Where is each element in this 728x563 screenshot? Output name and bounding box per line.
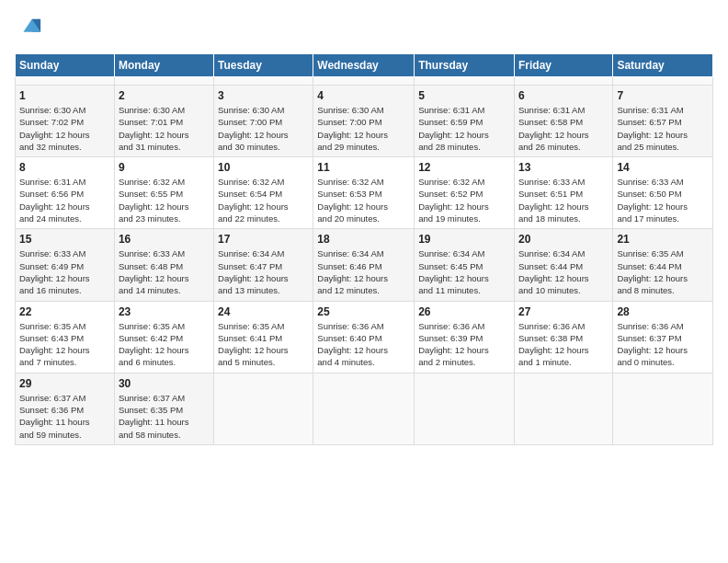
calendar-cell: 2Sunrise: 6:30 AM Sunset: 7:01 PM Daylig… (114, 86, 213, 157)
calendar-cell (313, 373, 415, 444)
day-info: Sunrise: 6:34 AM Sunset: 6:45 PM Dayligh… (418, 247, 510, 296)
day-number: 26 (418, 305, 510, 318)
calendar-week-row: 1Sunrise: 6:30 AM Sunset: 7:02 PM Daylig… (16, 86, 713, 157)
calendar-week-row: 15Sunrise: 6:33 AM Sunset: 6:49 PM Dayli… (16, 229, 713, 301)
day-number: 6 (518, 89, 609, 102)
day-info: Sunrise: 6:35 AM Sunset: 6:42 PM Dayligh… (119, 320, 210, 369)
calendar-cell (313, 77, 415, 86)
calendar-cell: 3Sunrise: 6:30 AM Sunset: 7:00 PM Daylig… (214, 86, 313, 157)
calendar-header-row: SundayMondayTuesdayWednesdayThursdayFrid… (16, 54, 713, 77)
day-number: 30 (119, 377, 210, 390)
calendar-cell: 4Sunrise: 6:30 AM Sunset: 7:00 PM Daylig… (313, 86, 415, 157)
day-number: 29 (19, 377, 110, 390)
day-info: Sunrise: 6:32 AM Sunset: 6:54 PM Dayligh… (218, 176, 309, 224)
calendar-cell: 5Sunrise: 6:31 AM Sunset: 6:59 PM Daylig… (415, 86, 515, 157)
day-number: 10 (218, 161, 309, 174)
calendar-week-row (16, 77, 713, 86)
calendar-cell: 24Sunrise: 6:35 AM Sunset: 6:41 PM Dayli… (214, 301, 313, 373)
calendar-cell: 7Sunrise: 6:31 AM Sunset: 6:57 PM Daylig… (613, 86, 713, 157)
day-info: Sunrise: 6:36 AM Sunset: 6:38 PM Dayligh… (518, 320, 609, 369)
calendar-cell: 30Sunrise: 6:37 AM Sunset: 6:35 PM Dayli… (114, 373, 213, 444)
calendar: SundayMondayTuesdayWednesdayThursdayFrid… (15, 53, 713, 445)
calendar-cell: 13Sunrise: 6:33 AM Sunset: 6:51 PM Dayli… (514, 157, 612, 229)
day-number: 3 (218, 89, 309, 102)
day-info: Sunrise: 6:34 AM Sunset: 6:47 PM Dayligh… (218, 247, 309, 296)
calendar-cell (613, 373, 713, 444)
day-number: 19 (418, 233, 510, 246)
calendar-col-tuesday: Tuesday (214, 54, 313, 77)
calendar-cell (514, 373, 612, 444)
day-info: Sunrise: 6:32 AM Sunset: 6:55 PM Dayligh… (119, 176, 210, 224)
day-number: 27 (518, 305, 609, 318)
calendar-week-row: 22Sunrise: 6:35 AM Sunset: 6:43 PM Dayli… (16, 301, 713, 373)
calendar-cell: 28Sunrise: 6:36 AM Sunset: 6:37 PM Dayli… (613, 301, 713, 373)
calendar-cell (214, 373, 313, 444)
day-number: 8 (19, 161, 110, 174)
day-info: Sunrise: 6:32 AM Sunset: 6:53 PM Dayligh… (317, 176, 410, 224)
day-number: 2 (119, 89, 210, 102)
calendar-cell: 21Sunrise: 6:35 AM Sunset: 6:44 PM Dayli… (613, 229, 713, 301)
day-number: 11 (317, 161, 410, 174)
day-info: Sunrise: 6:34 AM Sunset: 6:44 PM Dayligh… (518, 247, 609, 296)
day-number: 18 (317, 233, 410, 246)
day-info: Sunrise: 6:30 AM Sunset: 7:02 PM Dayligh… (19, 104, 110, 153)
day-number: 15 (19, 233, 110, 246)
day-number: 25 (317, 305, 410, 318)
day-info: Sunrise: 6:37 AM Sunset: 6:36 PM Dayligh… (19, 392, 110, 441)
calendar-cell: 9Sunrise: 6:32 AM Sunset: 6:55 PM Daylig… (114, 157, 213, 229)
day-number: 12 (418, 161, 510, 174)
calendar-cell: 22Sunrise: 6:35 AM Sunset: 6:43 PM Dayli… (16, 301, 115, 373)
day-info: Sunrise: 6:32 AM Sunset: 6:52 PM Dayligh… (418, 176, 510, 224)
calendar-cell: 23Sunrise: 6:35 AM Sunset: 6:42 PM Dayli… (114, 301, 213, 373)
day-info: Sunrise: 6:31 AM Sunset: 6:56 PM Dayligh… (19, 176, 110, 224)
day-info: Sunrise: 6:33 AM Sunset: 6:48 PM Dayligh… (119, 247, 210, 296)
calendar-col-monday: Monday (114, 54, 213, 77)
calendar-cell (214, 77, 313, 86)
day-info: Sunrise: 6:30 AM Sunset: 7:00 PM Dayligh… (218, 104, 309, 153)
calendar-cell: 15Sunrise: 6:33 AM Sunset: 6:49 PM Dayli… (16, 229, 115, 301)
calendar-cell (514, 77, 612, 86)
calendar-week-row: 29Sunrise: 6:37 AM Sunset: 6:36 PM Dayli… (16, 373, 713, 444)
calendar-cell: 29Sunrise: 6:37 AM Sunset: 6:36 PM Dayli… (16, 373, 115, 444)
day-info: Sunrise: 6:35 AM Sunset: 6:41 PM Dayligh… (218, 320, 309, 369)
calendar-cell: 17Sunrise: 6:34 AM Sunset: 6:47 PM Dayli… (214, 229, 313, 301)
calendar-cell: 25Sunrise: 6:36 AM Sunset: 6:40 PM Dayli… (313, 301, 415, 373)
day-info: Sunrise: 6:30 AM Sunset: 7:01 PM Dayligh… (119, 104, 210, 153)
day-number: 22 (19, 305, 110, 318)
calendar-cell (415, 373, 515, 444)
calendar-cell: 10Sunrise: 6:32 AM Sunset: 6:54 PM Dayli… (214, 157, 313, 229)
day-number: 16 (119, 233, 210, 246)
day-info: Sunrise: 6:36 AM Sunset: 6:37 PM Dayligh… (617, 320, 709, 369)
calendar-col-thursday: Thursday (415, 54, 515, 77)
day-number: 14 (617, 161, 709, 174)
calendar-cell (613, 77, 713, 86)
calendar-cell: 16Sunrise: 6:33 AM Sunset: 6:48 PM Dayli… (114, 229, 213, 301)
day-number: 23 (119, 305, 210, 318)
calendar-cell (415, 77, 515, 86)
page: SundayMondayTuesdayWednesdayThursdayFrid… (0, 0, 728, 563)
day-number: 4 (317, 89, 410, 102)
day-info: Sunrise: 6:36 AM Sunset: 6:39 PM Dayligh… (418, 320, 510, 369)
day-info: Sunrise: 6:31 AM Sunset: 6:59 PM Dayligh… (418, 104, 510, 153)
calendar-cell: 26Sunrise: 6:36 AM Sunset: 6:39 PM Dayli… (415, 301, 515, 373)
calendar-cell: 11Sunrise: 6:32 AM Sunset: 6:53 PM Dayli… (313, 157, 415, 229)
day-number: 5 (418, 89, 510, 102)
logo (15, 15, 42, 44)
calendar-cell (16, 77, 115, 86)
calendar-cell: 8Sunrise: 6:31 AM Sunset: 6:56 PM Daylig… (16, 157, 115, 229)
calendar-cell: 18Sunrise: 6:34 AM Sunset: 6:46 PM Dayli… (313, 229, 415, 301)
calendar-week-row: 8Sunrise: 6:31 AM Sunset: 6:56 PM Daylig… (16, 157, 713, 229)
calendar-col-friday: Friday (514, 54, 612, 77)
day-number: 1 (19, 89, 110, 102)
calendar-cell: 12Sunrise: 6:32 AM Sunset: 6:52 PM Dayli… (415, 157, 515, 229)
calendar-col-sunday: Sunday (16, 54, 115, 77)
day-info: Sunrise: 6:36 AM Sunset: 6:40 PM Dayligh… (317, 320, 410, 369)
day-info: Sunrise: 6:30 AM Sunset: 7:00 PM Dayligh… (317, 104, 410, 153)
day-info: Sunrise: 6:31 AM Sunset: 6:57 PM Dayligh… (617, 104, 709, 153)
day-info: Sunrise: 6:35 AM Sunset: 6:43 PM Dayligh… (19, 320, 110, 369)
header (15, 15, 713, 44)
day-number: 17 (218, 233, 309, 246)
day-number: 21 (617, 233, 709, 246)
day-number: 28 (617, 305, 709, 318)
day-info: Sunrise: 6:34 AM Sunset: 6:46 PM Dayligh… (317, 247, 410, 296)
